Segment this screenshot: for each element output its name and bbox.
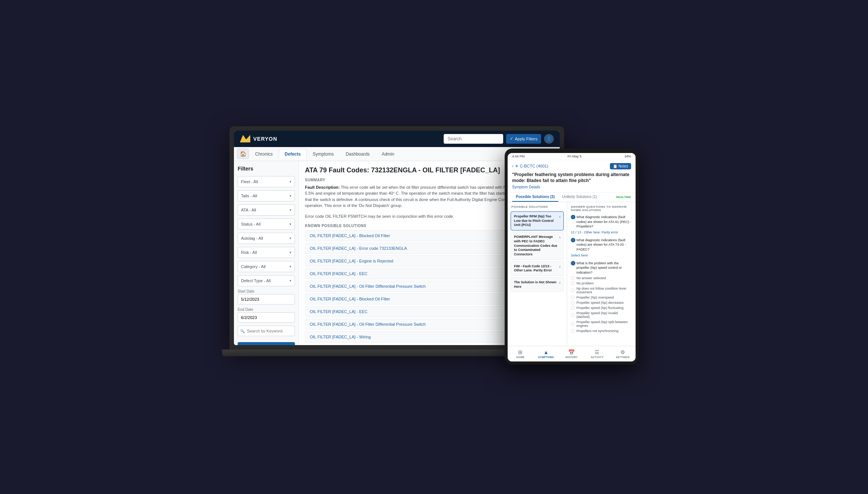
radio-item-4[interactable]: Propeller speed (Np) decreases (571, 301, 632, 305)
radio-item-1[interactable]: No problem (571, 281, 632, 285)
start-date-wrapper: Start Date (238, 289, 295, 305)
activity-label: ACTIVITY (591, 356, 604, 358)
nav-tab-admin[interactable]: Admin (376, 149, 400, 159)
tablet-status-bar: 4:44 PM Fri May 5 34% (508, 153, 636, 160)
start-date-input[interactable] (238, 294, 295, 305)
settings-label: SETTINGS (616, 356, 630, 358)
answer-link-0[interactable]: 12 / 13 - Other lane. Parity error (571, 230, 632, 234)
nav-tab-defects[interactable]: Defects (279, 149, 306, 159)
tablet-question-1: i What diagnostic indications (fault cod… (571, 238, 632, 257)
tablet-solution-card-1[interactable]: POWERPLANT Message with PEC to FADEC Com… (511, 232, 564, 259)
tablet-nav-activity[interactable]: ☰ ACTIVITY (584, 348, 610, 360)
radio-circle (571, 329, 575, 333)
user-avatar[interactable]: 👤 (544, 134, 554, 144)
tablet-tabs: Possible Solutions (3) Unlikely Solution… (508, 192, 636, 202)
tablet-nav-settings[interactable]: ⚙ SETTINGS (610, 348, 636, 360)
radio-item-5[interactable]: Propeller speed (Np) fluctuating (571, 306, 632, 310)
answer-link-1[interactable]: Select here (571, 254, 632, 257)
radio-circle (571, 296, 575, 299)
apply-filters-button[interactable]: ▼ Apply Filters (238, 342, 295, 345)
info-icon-1[interactable]: i (571, 238, 575, 242)
tablet-battery: 34% (624, 154, 631, 158)
tablet-nav-history[interactable]: 📅 HISTORY (559, 348, 585, 360)
tablet-tab-possible-solutions[interactable]: Possible Solutions (3) (512, 192, 558, 202)
tablet-time: 4:44 PM (512, 154, 525, 158)
question-text-2: i What is the problem with the propeller… (571, 261, 632, 275)
tablet-questions-header: ANSWER QUESTIONS TO NARROW DOWN SOLUTION… (571, 205, 632, 212)
ata-filter-wrapper: ATA - All (238, 204, 295, 216)
autotag-filter-wrapper: Autotag - All (238, 233, 295, 244)
radio-item-8[interactable]: Propellers not synchronizing (571, 329, 632, 333)
tablet-tab-unlikely-solutions[interactable]: Unlikely Solutions (1) (558, 192, 601, 202)
fleet-filter-wrapper: Fleet - All (238, 176, 295, 187)
logo-area: VERYON (240, 135, 277, 143)
logo-text: VERYON (253, 136, 277, 142)
realtime-badge: REALTIME (616, 192, 631, 202)
tablet-notes-button[interactable]: 📋 Notes (610, 163, 631, 169)
radio-circle (571, 301, 575, 305)
status-filter-wrapper: Status - All (238, 219, 295, 230)
status-filter-select[interactable]: Status - All (238, 219, 295, 230)
ata-filter-select[interactable]: ATA - All (238, 204, 295, 216)
end-date-input[interactable] (238, 312, 295, 323)
tails-filter-select[interactable]: Tails - All (238, 190, 295, 201)
app-header: VERYON ✓ Apply Filters 👤 (234, 131, 560, 147)
chevron-right-icon: › (559, 280, 560, 285)
nav-tab-dashboards[interactable]: Dashboards (340, 149, 375, 159)
nav-tab-symptoms[interactable]: Symptoms (307, 149, 340, 159)
chevron-right-icon: › (559, 214, 560, 219)
radio-item-2[interactable]: Np does not follow condition lever movem… (571, 287, 632, 294)
tablet-back-button[interactable]: ‹ ✈ C-BCTC (4001) (512, 164, 548, 169)
autotag-filter-select[interactable]: Autotag - All (238, 233, 295, 244)
home-icon: ⊞ (518, 349, 523, 355)
radio-circle (571, 281, 575, 285)
tablet-symptom-link[interactable]: Symptom Details (512, 185, 631, 189)
end-date-wrapper: End Date (238, 307, 295, 323)
header-apply-filters-button[interactable]: ✓ Apply Filters (506, 134, 541, 144)
info-icon-2[interactable]: i (571, 261, 575, 265)
keyword-search-input[interactable] (238, 326, 295, 336)
symptoms-icon: ▲ (543, 349, 549, 355)
tablet-solution-card-0[interactable]: Propeller RPM (Np) Too Low due to Pitch … (511, 211, 564, 230)
category-filter-select[interactable]: Category - All (238, 261, 295, 272)
search-icon: 🔍 (240, 329, 245, 333)
tablet-nav-symptoms[interactable]: ▲ SYMPTOMS (533, 348, 559, 360)
risk-filter-select[interactable]: Risk - All (238, 247, 295, 258)
chevron-right-icon: › (559, 235, 560, 240)
veryon-logo-icon (240, 135, 250, 143)
symptoms-label: SYMPTOMS (538, 356, 554, 358)
defect-type-filter-select[interactable]: Defect Type - All (238, 275, 295, 286)
tablet-title: "Propeller feathering system problems du… (512, 172, 631, 184)
keyword-search-wrapper: 🔍 (238, 326, 295, 336)
radio-circle (571, 289, 575, 292)
radio-circle (571, 276, 575, 280)
tablet-solutions-header: POSSIBLE SOLUTIONS (508, 202, 567, 210)
header-search-input[interactable] (444, 134, 503, 144)
nav-home-button[interactable]: 🏠 (237, 149, 249, 159)
tablet-question-2: i What is the problem with the propeller… (571, 261, 632, 333)
tablet-header: ‹ ✈ C-BCTC (4001) 📋 Notes "Propeller fea… (508, 160, 636, 193)
tablet-solution-card-2[interactable]: FIM - Fault Code 12/13 - Other Lane. Par… (511, 261, 564, 276)
tails-filter-wrapper: Tails - All (238, 190, 295, 201)
notes-icon: 📋 (613, 164, 617, 168)
history-label: HISTORY (566, 356, 578, 358)
sidebar-actions: ▼ Apply Filters ↺ Clear Filters (238, 342, 295, 345)
fleet-filter-select[interactable]: Fleet - All (238, 176, 295, 187)
header-search: ✓ Apply Filters 👤 (444, 134, 554, 144)
tablet-nav-home[interactable]: ⊞ HOME (508, 348, 533, 360)
settings-icon: ⚙ (620, 349, 625, 355)
checkmark-icon: ✓ (510, 136, 513, 141)
user-icon: 👤 (546, 136, 552, 141)
radio-circle (571, 306, 575, 310)
nav-tab-chronics[interactable]: Chronics (250, 149, 278, 159)
tablet-solution-card-3[interactable]: The Solution is Not Shown Here › (511, 277, 564, 292)
defect-type-filter-wrapper: Defect Type - All (238, 275, 295, 286)
activity-icon: ☰ (595, 349, 599, 355)
radio-item-6[interactable]: Propeller speed (Np) invalid (dashed) (571, 311, 632, 319)
tablet-body: POSSIBLE SOLUTIONS Propeller RPM (Np) To… (508, 202, 636, 345)
radio-item-0[interactable]: No answer selected (571, 276, 632, 280)
tablet: 4:44 PM Fri May 5 34% ‹ ✈ C-BCTC (4001) … (505, 149, 639, 364)
info-icon[interactable]: i (571, 215, 575, 219)
radio-item-3[interactable]: Propeller (Np) overspeed (571, 296, 632, 299)
radio-item-7[interactable]: Propeller speed (Np) split between engin… (571, 320, 632, 328)
